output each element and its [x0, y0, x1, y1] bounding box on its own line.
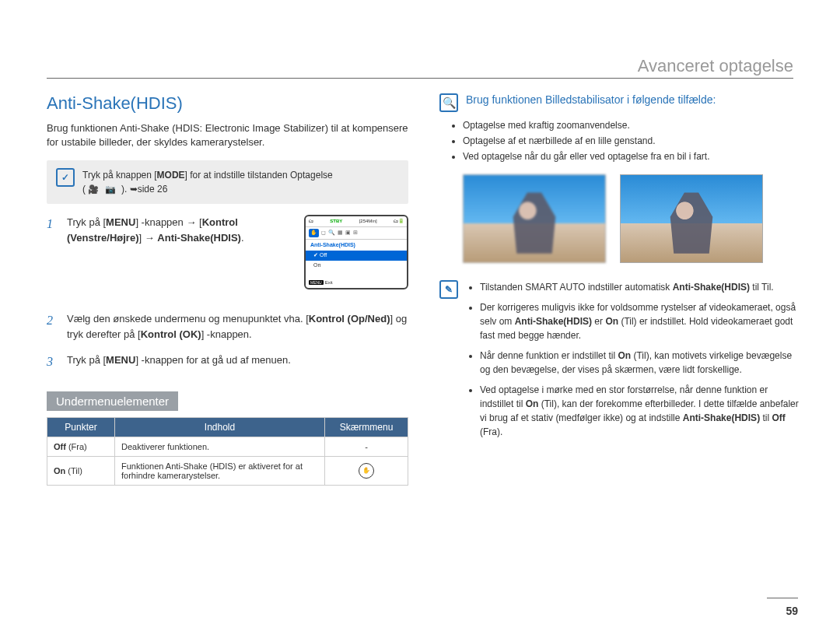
info-heading: 🔍 Brug funktionen Billedstabilisator i f…	[439, 93, 801, 112]
tab-icon: ◻	[321, 229, 326, 237]
card-icon: 🗂	[309, 218, 313, 225]
screen-option-on: On	[306, 261, 407, 271]
header-rule	[47, 78, 793, 79]
screen-exit: MENUExit	[306, 278, 407, 288]
secondary-note-list: Tilstanden SMART AUTO indstiller automat…	[466, 280, 801, 445]
table-row: Off (Fra) Deaktiverer funktionen. -	[47, 437, 408, 456]
photo-icon: 📷	[105, 184, 116, 194]
example-image-blurry	[463, 174, 606, 263]
camera-screen: 🗂 STBY [254Min] 🗂🔋 ✋ ◻ 🔍 ▦ ▣ ⊞	[304, 215, 408, 289]
step-1: 🗂 STBY [254Min] 🗂🔋 ✋ ◻ 🔍 ▦ ▣ ⊞	[47, 215, 408, 300]
example-image-sharp	[620, 174, 763, 263]
list-item: Ved optagelse i mørke med en stor forstø…	[480, 383, 801, 439]
tab-active-icon: ✋	[309, 229, 319, 237]
mode-note-text: Tryk på knappen [MODE] for at indstille …	[82, 168, 333, 196]
right-column: 🔍 Brug funktionen Billedstabilisator i f…	[439, 93, 801, 486]
submenu-table: Punkter Indhold Skærmmenu Off (Fra) Deak…	[47, 417, 408, 486]
left-column: Anti-Shake(HDIS) Brug funktionen Anti-Sh…	[47, 93, 408, 486]
submenu-heading: Undermenuelementer	[47, 391, 178, 411]
secondary-note: ✎ Tilstanden SMART AUTO indstiller autom…	[439, 280, 801, 445]
list-item: Optagelse af et nærbillede af en lille g…	[463, 134, 801, 148]
list-item: Der korrigeres muligvis ikke for voldsom…	[480, 300, 801, 342]
col-content: Indhold	[115, 417, 325, 437]
example-images	[463, 174, 801, 263]
list-item: Optagelse med kraftig zoomanvendelse.	[463, 118, 801, 132]
columns: Anti-Shake(HDIS) Brug funktionen Anti-Sh…	[47, 93, 801, 486]
list-item: Tilstanden SMART AUTO indstiller automat…	[480, 280, 801, 294]
magnifier-icon: 🔍	[439, 93, 458, 112]
steps-list: 🗂 STBY [254Min] 🗂🔋 ✋ ◻ 🔍 ▦ ▣ ⊞	[47, 215, 408, 368]
tab-icon: ▣	[345, 229, 351, 237]
screen-tabs: ✋ ◻ 🔍 ▦ ▣ ⊞	[306, 227, 407, 240]
screen-menu-title: Anti-Shake(HDIS)	[306, 240, 407, 251]
check-icon: ✓	[56, 168, 75, 187]
hand-dis-icon: ✋	[325, 456, 408, 485]
screen-option-off: ✔ Off	[306, 251, 407, 261]
info-bullets: Optagelse med kraftig zoomanvendelse. Op…	[463, 118, 801, 163]
tab-icon: 🔍	[328, 229, 335, 237]
screen-topbar: 🗂 STBY [254Min] 🗂🔋	[306, 216, 407, 227]
tab-icon: ⊞	[353, 229, 358, 237]
tab-icon: ▦	[338, 229, 343, 237]
step-2: Vælg den ønskede undermenu og menupunkte…	[47, 311, 408, 342]
step-3: Tryk på [MENU] -knappen for at gå ud af …	[47, 353, 408, 368]
video-icon: 🎥	[88, 184, 99, 194]
list-item: Ved optagelse når du går eller ved optag…	[463, 149, 801, 163]
stby-label: STBY	[330, 218, 342, 225]
time-remaining: [254Min]	[359, 218, 377, 225]
page: Avanceret optagelse Anti-Shake(HDIS) Bru…	[0, 0, 840, 642]
table-row: On (Til) Funktionen Anti-Shake (HDIS) er…	[47, 456, 408, 485]
list-item: Når denne funktion er indstillet til On …	[480, 349, 801, 377]
intro-text: Brug funktionen Anti-Shake (HDIS: Electr…	[47, 121, 408, 149]
col-points: Punkter	[47, 417, 115, 437]
battery-icon: 🗂🔋	[394, 218, 404, 225]
section-title: Anti-Shake(HDIS)	[47, 93, 408, 114]
col-screenmenu: Skærmmenu	[325, 417, 408, 437]
footer-rule	[767, 598, 798, 598]
info-heading-text: Brug funktionen Billedstabilisator i føl…	[466, 93, 716, 106]
pencil-icon: ✎	[439, 280, 458, 299]
page-number: 59	[786, 605, 798, 617]
chapter-title: Avanceret optagelse	[638, 56, 793, 76]
mode-note-box: ✓ Tryk på knappen [MODE] for at indstill…	[47, 160, 408, 204]
